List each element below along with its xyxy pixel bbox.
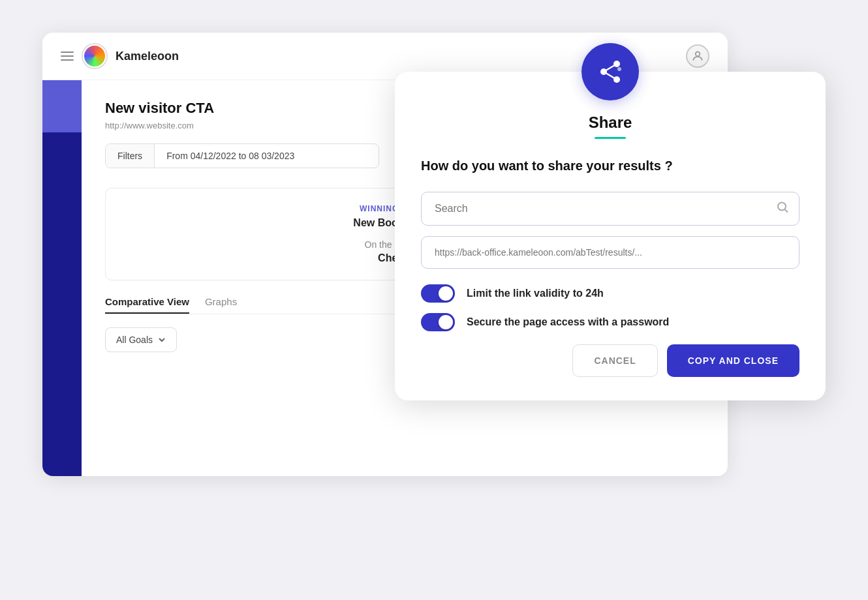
toggle-validity-row: Limit the link validity to 24h <box>421 284 799 303</box>
toggle-validity[interactable] <box>421 284 455 303</box>
cancel-button[interactable]: CANCEL <box>572 344 657 377</box>
svg-point-7 <box>778 203 786 211</box>
goals-dropdown[interactable]: All Goals <box>105 327 177 352</box>
share-modal: Share How do you want to share your resu… <box>395 72 826 400</box>
sidebar <box>42 80 82 476</box>
modal-actions: CANCEL COPY AND CLOSE <box>421 344 799 377</box>
svg-line-4 <box>604 64 617 72</box>
app-logo <box>83 44 106 68</box>
filters-value: From 04/12/2022 to 08 03/2023 <box>155 144 306 168</box>
sidebar-accent <box>42 80 82 132</box>
toggle-validity-track[interactable] <box>421 284 455 303</box>
tab-graphs[interactable]: Graphs <box>205 296 237 314</box>
toggle-password-knob <box>439 315 453 329</box>
copy-and-close-button[interactable]: COPY AND CLOSE <box>667 344 799 377</box>
search-icon[interactable] <box>776 201 789 217</box>
toggle-password-track[interactable] <box>421 313 455 331</box>
toggle-password-label: Secure the page access with a password <box>467 316 669 328</box>
filters-bar[interactable]: Filters From 04/12/2022 to 08 03/2023 <box>105 143 379 168</box>
toggle-password-row: Secure the page access with a password <box>421 313 799 331</box>
app-title: Kameleoon <box>116 50 179 63</box>
share-icon-wrap <box>395 43 826 100</box>
share-underline <box>595 137 626 139</box>
svg-point-6 <box>617 67 621 71</box>
toggle-password[interactable] <box>421 313 455 331</box>
share-icon-circle <box>581 43 639 100</box>
svg-line-5 <box>604 72 617 80</box>
share-question: How do you want to share your results ? <box>421 158 799 173</box>
share-url-wrap <box>421 236 799 269</box>
share-url-input[interactable] <box>421 236 799 269</box>
share-modal-title: Share <box>395 113 826 132</box>
tab-comparative[interactable]: Comparative View <box>105 296 189 314</box>
search-input[interactable] <box>421 192 799 226</box>
share-search-wrap <box>421 192 799 226</box>
filters-label: Filters <box>106 144 155 168</box>
menu-icon[interactable] <box>61 52 74 61</box>
toggle-validity-label: Limit the link validity to 24h <box>467 288 604 299</box>
svg-line-8 <box>785 209 788 213</box>
toggle-validity-knob <box>439 286 453 301</box>
